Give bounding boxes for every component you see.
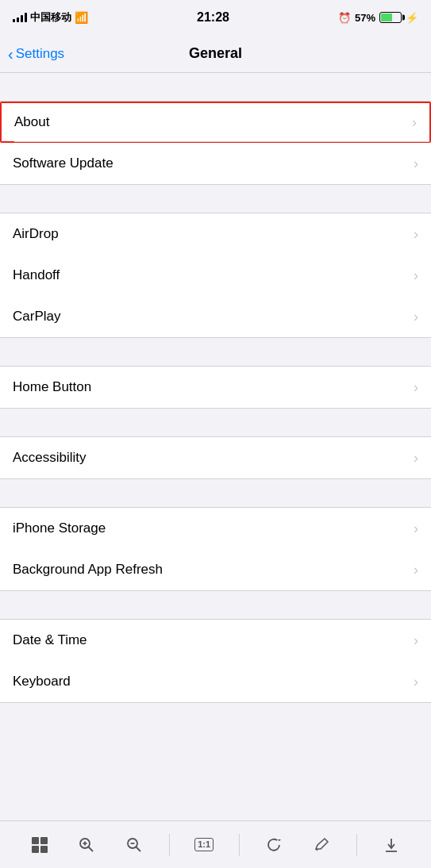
handoff-label: Handoff: [13, 267, 60, 283]
toolbar-divider-2: [239, 834, 240, 856]
settings-row-carplay[interactable]: CarPlay ›: [0, 296, 431, 337]
grid-view-button[interactable]: [24, 829, 56, 861]
section-gap-4: [0, 409, 431, 436]
chevron-right-icon: ›: [414, 632, 418, 649]
back-button[interactable]: ‹ Settings: [8, 46, 64, 62]
chevron-right-icon: ›: [414, 309, 418, 325]
battery-percent: 57%: [355, 12, 375, 24]
status-time: 21:28: [197, 10, 229, 25]
chevron-left-icon: ‹: [8, 46, 13, 62]
svg-marker-7: [277, 839, 281, 841]
grid-icon: [32, 837, 48, 853]
chevron-right-icon: ›: [414, 156, 418, 172]
settings-group-5: iPhone Storage › Background App Refresh …: [0, 507, 431, 591]
one-to-one-button[interactable]: 1:1: [188, 829, 220, 861]
section-gap-bottom: [0, 703, 431, 731]
svg-line-6: [136, 847, 140, 851]
settings-content: About › Software Update › AirDrop › Hand…: [0, 73, 431, 820]
zoom-out-button[interactable]: [118, 829, 150, 861]
settings-row-airdrop[interactable]: AirDrop ›: [0, 213, 431, 255]
about-label: About: [14, 114, 49, 130]
settings-group-6: Date & Time › Keyboard ›: [0, 619, 431, 703]
battery-icon: [379, 12, 402, 23]
chevron-right-icon: ›: [414, 562, 418, 578]
toolbar-divider-1: [169, 834, 170, 856]
settings-group-3: Home Button ›: [0, 366, 431, 409]
one-to-one-label: 1:1: [194, 838, 214, 851]
toolbar: 1:1: [0, 820, 431, 868]
rotate-button[interactable]: [258, 829, 290, 861]
pencil-button[interactable]: [306, 829, 337, 861]
zoom-in-icon: [79, 837, 94, 853]
settings-row-accessibility[interactable]: Accessibility ›: [0, 437, 431, 478]
chevron-right-icon: ›: [414, 226, 418, 243]
chevron-right-icon: ›: [414, 267, 418, 284]
signal-icon: [13, 13, 27, 22]
settings-row-handoff[interactable]: Handoff ›: [0, 255, 431, 296]
settings-row-date-time[interactable]: Date & Time ›: [0, 620, 431, 661]
zoom-out-icon: [126, 837, 142, 853]
settings-row-home-button[interactable]: Home Button ›: [0, 367, 431, 408]
toolbar-divider-3: [356, 834, 357, 856]
rotate-icon: [266, 837, 282, 853]
iphone-storage-label: iPhone Storage: [13, 520, 106, 536]
software-update-label: Software Update: [13, 156, 114, 171]
settings-row-keyboard[interactable]: Keyboard ›: [0, 661, 431, 702]
download-button[interactable]: [375, 829, 407, 861]
wifi-icon: 📶: [75, 11, 88, 24]
accessibility-label: Accessibility: [13, 450, 87, 466]
settings-group-2: AirDrop › Handoff › CarPlay ›: [0, 213, 431, 338]
svg-line-3: [89, 847, 94, 851]
alarm-icon: ⏰: [338, 12, 351, 24]
settings-group-1: About › Software Update ›: [0, 101, 431, 185]
section-gap-2: [0, 185, 431, 213]
status-left: 中国移动 📶: [13, 10, 88, 25]
zoom-in-button[interactable]: [71, 829, 102, 861]
background-app-refresh-label: Background App Refresh: [13, 562, 163, 578]
chevron-right-icon: ›: [414, 450, 418, 467]
settings-row-software-update[interactable]: Software Update ›: [0, 143, 431, 184]
nav-bar: ‹ Settings General: [0, 35, 431, 73]
keyboard-label: Keyboard: [13, 674, 71, 689]
carplay-label: CarPlay: [13, 309, 60, 325]
date-time-label: Date & Time: [13, 632, 87, 648]
chevron-right-icon: ›: [412, 114, 417, 131]
chevron-right-icon: ›: [414, 674, 418, 690]
settings-row-about[interactable]: About ›: [0, 102, 431, 143]
pencil-icon: [314, 837, 329, 853]
airdrop-label: AirDrop: [13, 226, 59, 242]
settings-row-background-app-refresh[interactable]: Background App Refresh ›: [0, 549, 431, 590]
chevron-right-icon: ›: [414, 520, 418, 537]
home-button-label: Home Button: [13, 379, 91, 395]
section-gap-5: [0, 479, 431, 507]
status-bar: 中国移动 📶 21:28 ⏰ 57% ⚡: [0, 0, 431, 35]
status-right: ⏰ 57% ⚡: [338, 12, 418, 24]
carrier-label: 中国移动: [30, 10, 71, 25]
section-gap-6: [0, 591, 431, 619]
section-gap-1: [0, 73, 431, 101]
page-title: General: [189, 45, 242, 62]
settings-row-iphone-storage[interactable]: iPhone Storage ›: [0, 508, 431, 549]
chevron-right-icon: ›: [414, 379, 418, 396]
section-gap-3: [0, 338, 431, 366]
download-icon: [383, 837, 399, 853]
back-label: Settings: [16, 46, 64, 62]
charging-icon: ⚡: [406, 12, 418, 24]
settings-group-4: Accessibility ›: [0, 436, 431, 479]
